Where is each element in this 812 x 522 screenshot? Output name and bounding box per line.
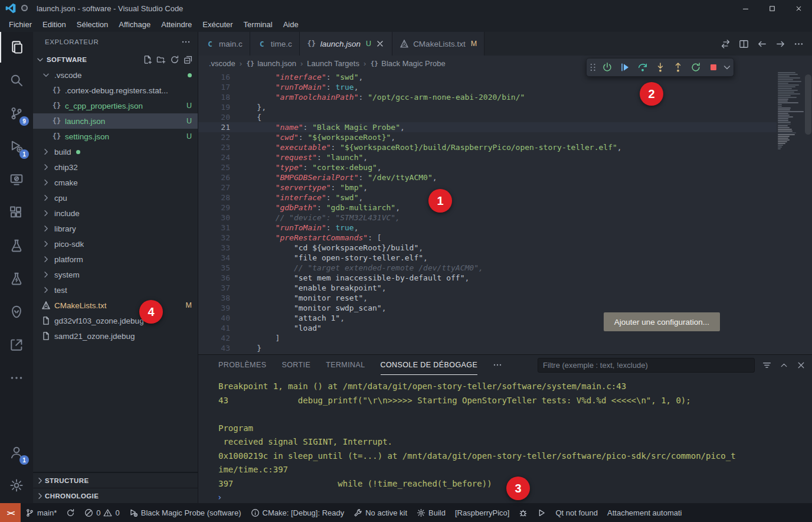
minimap[interactable] [777,72,804,150]
maximize-button[interactable] [759,0,785,17]
debug-console[interactable]: Breakpoint 1, main () at /mnt/data/git/o… [198,375,812,503]
code-line-32[interactable]: 32 "preRestartCommands": [ [198,233,777,243]
tab-launch-json[interactable]: {}launch.jsonU [300,32,392,56]
restart-button[interactable] [687,60,703,75]
close-panel-icon[interactable] [796,360,806,370]
stop-dropdown-button[interactable] [723,60,731,75]
continue-button[interactable] [617,60,633,75]
refresh-icon[interactable] [170,55,179,64]
status-git-branch-status[interactable]: main* [21,503,61,522]
menu-executer[interactable]: Exécuter [197,18,238,31]
code-line-20[interactable]: 20 { [198,112,777,122]
menu-atteindre[interactable]: Atteindre [156,18,197,31]
activity-extensions[interactable] [0,197,33,228]
activity-additional-views[interactable] [0,363,33,393]
activity-run-and-debug[interactable]: 1 [0,131,33,162]
panel-tab-terminal[interactable]: TERMINAL [326,355,365,375]
code-line-19[interactable]: 19 }, [198,102,777,112]
breadcrumb-item-launch-targets[interactable]: Launch Targets [307,59,359,68]
panel-tab-problemes[interactable]: PROBLÈMES [218,355,266,375]
code-line-23[interactable]: 23 "executable": "${workspaceRoot}/build… [198,142,777,152]
step-into-button[interactable] [652,60,668,75]
menu-fichier[interactable]: Fichier [4,18,37,31]
tab-main-c[interactable]: Cmain.c [198,32,250,56]
panel-more-icon[interactable] [493,360,502,370]
step-out-button[interactable] [670,60,686,75]
drag-handle-button[interactable] [589,60,597,75]
tree-item-system[interactable]: system [33,267,198,282]
breadcrumb-item-black-magic-probe[interactable]: Black Magic Probe [381,59,445,68]
status-qt-status[interactable]: Qt not found [551,503,603,522]
code-line-27[interactable]: 27 "servertype": "bmp", [198,182,777,193]
section-structure[interactable]: STRUCTURE [33,472,198,488]
activity-search[interactable] [0,65,33,96]
activity-accounts[interactable]: 1 [0,437,33,468]
go-back-icon[interactable] [757,39,767,49]
filter-lines-icon[interactable] [762,360,772,370]
code-line-30[interactable]: 30 // "device": "STM32L431VC", [198,213,777,223]
code-line-39[interactable]: 39 "monitor swdp_scan", [198,303,777,313]
minimize-button[interactable] [732,0,759,17]
code-line-29[interactable]: 29 "gdbPath": "gdb-multiarch", [198,203,777,213]
open-changes-icon[interactable] [721,39,731,49]
code-line-37[interactable]: 37 "enable breakpoint", [198,283,777,293]
tree-item-gd32vf103-ozone-jdebug[interactable]: gd32vf103_ozone.jdebug [33,313,198,328]
activity-peripheral-viewer[interactable] [0,329,33,360]
step-over-button[interactable] [634,60,650,75]
close-button[interactable] [785,0,812,17]
status-cmake-status[interactable]: CMake: [Debug]: Ready [246,503,349,522]
tree-item-build[interactable]: build [33,144,198,159]
status-auto-attach[interactable]: Attachement automati [603,503,686,522]
menu-aide[interactable]: Aide [278,18,304,31]
tree-item-pico-sdk[interactable]: pico-sdk [33,236,198,252]
status-launch-target[interactable]: Black Magic Probe (software) [125,503,246,522]
code-line-34[interactable]: 34 "file open-story-teller.elf", [198,253,777,263]
more-actions-icon[interactable] [794,39,804,49]
status-problems[interactable]: 00 [80,503,124,522]
tree-item-launch-json[interactable]: {}launch.jsonU [33,113,198,129]
menu-affichage[interactable]: Affichage [113,18,156,31]
new-folder-icon[interactable] [156,55,166,64]
status-build-target[interactable]: [RaspberryPico] [450,503,514,522]
tree-item-test[interactable]: test [33,282,198,298]
code-line-44[interactable]: 44] [198,353,777,354]
activity-remote-explorer[interactable] [0,164,33,195]
stop-button[interactable] [705,60,721,75]
status-debug-button[interactable] [514,503,532,522]
code-line-17[interactable]: 17 "runToMain": true, [198,82,777,92]
menu-selection[interactable]: Sélection [71,18,113,31]
tree-item-settings-json[interactable]: {}settings.jsonU [33,129,198,144]
menu-edition[interactable]: Edition [37,18,71,31]
editor-scrollbar[interactable] [805,74,811,135]
status-run-button[interactable] [532,503,551,522]
tree-item-cortex-debug-registers-stat[interactable]: {}.cortex-debug.registers.stat... [33,83,198,98]
code-line-42[interactable]: 42 ] [198,333,777,343]
tab-time-c[interactable]: Ctime.c [250,32,300,56]
tree-item-vscode[interactable]: .vscode [33,67,198,83]
power-button[interactable] [599,60,615,75]
code-line-22[interactable]: 22 "cwd": "${workspaceRoot}", [198,132,777,142]
code-line-33[interactable]: 33 "cd ${workspaceRoot}/build", [198,243,777,253]
tree-item-cpu[interactable]: cpu [33,190,198,205]
section-chronologie[interactable]: CHRONOLOGIE [33,488,198,503]
code-line-31[interactable]: 31 "runToMain": true, [198,223,777,233]
code-line-36[interactable]: 36 "set mem inaccessible-by-default off"… [198,273,777,283]
panel-tab-console-de-debogage[interactable]: CONSOLE DE DÉBOGAGE [381,355,478,375]
tree-item-samd21-ozone-jdebug[interactable]: samd21_ozone.jdebug [33,328,198,344]
go-forward-icon[interactable] [775,39,785,49]
new-file-icon[interactable] [143,55,152,64]
tree-item-cmakelists-txt[interactable]: CMakeLists.txtM [33,298,198,313]
tree-item-cmake[interactable]: cmake [33,175,198,190]
breadcrumb-item-launch-json[interactable]: launch.json [257,59,296,68]
editor[interactable]: 16 "interface": "swd",17 "runToMain": tr… [198,71,812,354]
code-line-18[interactable]: 18 "armToolchainPath": "/opt/gcc-arm-non… [198,92,777,102]
activity-cmake-tools[interactable] [0,263,33,294]
code-line-28[interactable]: 28 "interface": "swd", [198,193,777,203]
console-filter-input[interactable] [538,358,755,373]
breadcrumb-item-vscode[interactable]: .vscode [209,59,235,68]
activity-ozone-debug[interactable] [0,296,33,327]
code-line-21[interactable]: 21 "name": "Black Magic Probe", [198,122,777,132]
tree-item-include[interactable]: include [33,205,198,221]
code-line-24[interactable]: 24 "request": "launch", [198,152,777,162]
collapse-all-icon[interactable] [184,55,193,64]
